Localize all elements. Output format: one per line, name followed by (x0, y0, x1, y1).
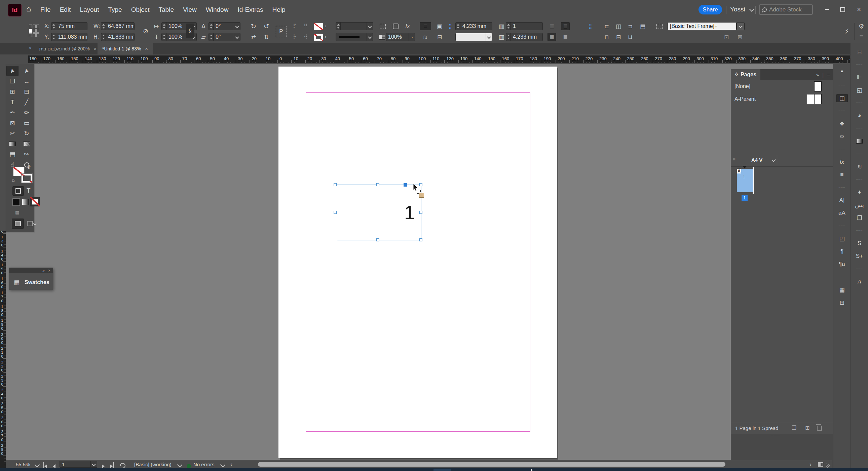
panel-menu-icon[interactable]: ≡ (857, 33, 866, 41)
flow-up-icon[interactable]: ⠏ (290, 22, 299, 30)
eyedropper-tool[interactable]: ✑ (21, 149, 33, 159)
apply-none-button[interactable] (30, 197, 40, 207)
object-style-dropdown-button[interactable] (737, 22, 745, 30)
adjustments-panel-icon[interactable]: ✦ (854, 188, 865, 196)
formatting-affects-text-button[interactable]: T (27, 187, 31, 194)
page-size-row[interactable]: ≡ A4 V (731, 154, 833, 167)
default-fill-stroke-icon[interactable]: ⧉ (12, 178, 15, 183)
frame-handle-mid-right[interactable] (420, 211, 423, 214)
swatches-panel-icon[interactable]: S (854, 239, 865, 247)
wrap-around-button[interactable]: ▣ (434, 22, 445, 30)
menu-id-extras[interactable]: Id-Extras (238, 6, 263, 13)
middle-east-text-icon[interactable]: بس (854, 201, 865, 209)
menu-type[interactable]: Type (108, 6, 122, 13)
frame-handle-mid-left[interactable] (334, 211, 337, 214)
swatch-themes-icon[interactable]: S+ (854, 252, 865, 260)
adobe-stock-search[interactable]: Adobe Stock (759, 4, 813, 15)
frame-options-icon[interactable] (655, 22, 664, 30)
cc-libraries-panel-icon[interactable]: ❝ (836, 69, 848, 77)
wrap-jump-button[interactable]: ≋ (420, 33, 431, 41)
stroke-color-swatch[interactable] (314, 34, 323, 41)
chevron-down-icon[interactable] (749, 7, 755, 12)
master-a-parent-row[interactable]: A-Parent (731, 93, 833, 105)
menu-view[interactable]: View (183, 6, 197, 13)
free-transform-tool[interactable]: ↻ (21, 128, 33, 138)
gradient-swatch-tool[interactable] (6, 139, 19, 149)
selection-tool[interactable]: ➤ (6, 66, 19, 76)
w-field[interactable]: 64.667 mm (101, 22, 134, 30)
content-collector-tool[interactable]: ⊞ (6, 87, 19, 97)
align-center-v-button[interactable]: ⊟ (614, 33, 623, 41)
collapse-panel-icon[interactable]: » (816, 72, 819, 78)
frame-handle-top-left[interactable] (334, 183, 337, 186)
menu-help[interactable]: Help (272, 6, 285, 13)
workspace-dropdown-icon[interactable] (177, 462, 183, 468)
stroke-swatch[interactable] (21, 174, 33, 183)
align-panel-icon[interactable]: ⊫ (854, 73, 865, 81)
minimize-button[interactable] (819, 3, 835, 16)
new-page-button[interactable]: ⊞ (805, 425, 809, 431)
page-1-thumbnail[interactable]: A 1 (737, 169, 753, 192)
pasteboard[interactable]: 1 (6, 64, 833, 468)
apply-color-button[interactable] (12, 198, 20, 206)
scroll-left-arrow[interactable]: ‹ (230, 460, 232, 469)
fill-color-swatch[interactable] (314, 23, 323, 30)
spread-view-icon[interactable] (817, 462, 824, 467)
paragraph-panel-icon[interactable]: ¶ (836, 247, 848, 255)
view-options-icon[interactable]: ▦ (15, 210, 19, 215)
restore-button[interactable] (835, 3, 850, 16)
links-panel-icon[interactable]: ∞ (836, 132, 848, 140)
opacity-field[interactable]: 100%› (386, 33, 415, 41)
valign-center-button[interactable]: ≣ (561, 22, 570, 30)
swatches-panel-title[interactable]: Swatches (25, 279, 50, 285)
user-menu[interactable]: Yossi (730, 6, 745, 13)
stroke-style-dropdown[interactable] (336, 33, 373, 41)
clear-overrides-icon[interactable]: ⊡ (722, 33, 731, 41)
align-left-button[interactable]: ⊏ (602, 22, 611, 30)
preflight-dropdown-icon[interactable] (220, 462, 226, 468)
object-styles-panel-icon[interactable]: ◰ (836, 235, 848, 243)
page-tool[interactable]: ❒ (6, 76, 19, 86)
share-button[interactable]: Share (699, 5, 722, 14)
menu-layout[interactable]: Layout (80, 6, 99, 13)
menu-object[interactable]: Object (131, 6, 150, 13)
out-port-icon[interactable] (419, 193, 424, 198)
zoom-dropdown-icon[interactable] (35, 462, 40, 468)
preflight-status-label[interactable]: No errors (193, 460, 215, 469)
paragraph-mar ks-icon[interactable]: ¶a (836, 260, 848, 268)
x-field[interactable]: 75 mm (51, 22, 87, 30)
workspace-label[interactable]: [Basic] (working) (134, 460, 172, 469)
pen-tool[interactable]: ✒ (6, 107, 19, 118)
doc-tab-album[interactable]: אלבום בית.indd @ 200% × (34, 43, 101, 55)
gap-tool[interactable]: ↔ (21, 76, 33, 86)
apply-gradient-button[interactable] (22, 199, 29, 205)
color-panel-icon[interactable]: ◕ (854, 112, 865, 120)
align-bottom-button[interactable]: ⊔ (626, 33, 634, 41)
rotation-field[interactable]: 0° (209, 22, 241, 30)
fitting-dropdown[interactable] (455, 33, 492, 41)
auto-size-icon[interactable]: ⣿ (586, 22, 595, 30)
menu-window[interactable]: Window (206, 6, 229, 13)
effects-icon[interactable]: fx (403, 22, 412, 30)
page-number-badge[interactable]: 1 (742, 195, 748, 201)
quick-actions-icon[interactable]: ⚡ (842, 27, 851, 36)
shear-field[interactable]: 0° (209, 33, 241, 41)
edit-page-size-button[interactable]: ❒ (792, 425, 796, 431)
scroll-right-arrow[interactable]: › (809, 460, 811, 469)
flow-right-icon[interactable]: ⠺ (301, 33, 310, 41)
flip-horizontal-button[interactable]: ⇄ (249, 33, 258, 41)
doc-tab-untitled[interactable]: *Untitled-1 @ 83% × (97, 43, 153, 55)
frame-handle-top-right[interactable] (420, 183, 423, 186)
h-field[interactable]: 41.833 mm (101, 33, 134, 41)
paragraph-styles-panel-icon[interactable]: A| (836, 196, 848, 205)
menu-file[interactable]: File (40, 6, 51, 13)
rotate-cw-button[interactable]: ↻ (249, 22, 258, 30)
properties-panel-icon[interactable]: ∺ (854, 48, 865, 56)
home-icon[interactable]: ⌂ (26, 4, 31, 13)
swatches-panel-body[interactable]: ┈┈┈┈ ▦ Swatches (9, 273, 53, 290)
stroke-flyout-arrow[interactable]: › (325, 34, 326, 39)
master-none-row[interactable]: [None] (731, 81, 833, 93)
line-tool[interactable]: ╱ (21, 97, 33, 107)
effects-panel-icon[interactable]: fx (836, 158, 848, 166)
wrap-offset-field[interactable]: 4.233 mm (455, 22, 492, 30)
